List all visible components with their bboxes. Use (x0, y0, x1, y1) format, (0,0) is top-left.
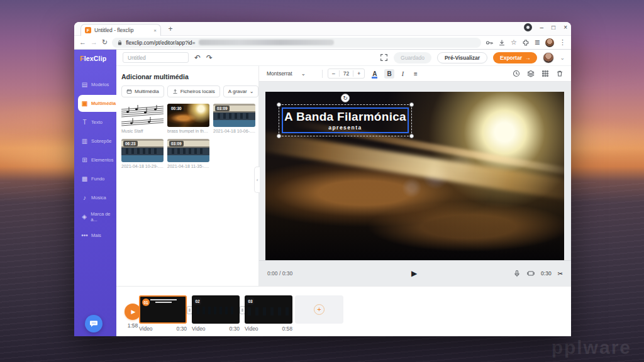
sidebar-item-musica[interactable]: ♪ Música (78, 189, 116, 206)
forward-button[interactable]: → (91, 39, 97, 46)
tab-local-files[interactable]: Ficheiros locais (167, 85, 220, 97)
italic-button[interactable]: I (399, 69, 406, 79)
media-panel-title: Adicionar multimédia (121, 73, 254, 80)
microphone-icon[interactable] (513, 270, 521, 277)
window-minimize-button[interactable]: – (540, 24, 544, 31)
media-thumb-concert-3[interactable]: 03:09 (167, 139, 209, 162)
media-item[interactable]: 03:09 2021-04-18 10-06-...3.m4v (213, 104, 255, 133)
panel-collapse-button[interactable]: ‹ (254, 167, 260, 193)
browser-menu-icon[interactable]: ⋮ (559, 39, 566, 46)
photo-watermark: pplware (552, 337, 631, 358)
media-item[interactable]: 06:23 2021-04-18 10-29-...7.m4v (121, 139, 164, 168)
reload-button[interactable]: ↻ (102, 39, 108, 46)
account-chevron-icon[interactable]: ⌄ (560, 55, 565, 61)
duration-badge: 06:23 (123, 141, 138, 146)
sidebar-item-sobrepoe[interactable]: ▥ Sobrepõe (78, 133, 116, 150)
sidebar-item-mais[interactable]: ••• Mais (78, 227, 116, 244)
media-thumb-trumpet[interactable]: 00:30 (167, 104, 209, 127)
browser-tab[interactable]: F Untitled - flexclip × (80, 24, 161, 36)
desktop-background: pplware F Untitled - flexclip × + – □ × … (0, 0, 644, 362)
media-thumb-concert-2[interactable]: 06:23 (121, 139, 164, 162)
resize-handle-bl[interactable] (277, 134, 281, 138)
address-bar[interactable]: flexclip.com/pt/editor/app?id= (112, 38, 481, 48)
preview-button[interactable]: Pré-Visualizar (437, 52, 487, 63)
install-icon[interactable] (498, 39, 506, 47)
clip-label: Video 0:30 (139, 326, 187, 332)
sidebar-item-elementos[interactable]: ⊞ Elementos (78, 151, 116, 168)
duration-clock-icon[interactable] (513, 70, 520, 77)
media-thumb-concert-1[interactable]: 03:09 (213, 104, 255, 127)
browser-profile-avatar[interactable] (545, 38, 554, 47)
sidebar-item-modelos[interactable]: ▤ Modelos (78, 76, 116, 93)
clip-duration: 0:30 (541, 270, 552, 277)
timeline-clip-3[interactable]: 03 (245, 295, 292, 324)
media-item-name: brass trumpet in the dark (167, 129, 209, 133)
more-icon: ••• (81, 232, 88, 239)
sidebar-item-texto[interactable]: T Texto (78, 114, 116, 131)
media-item-name: 2021-04-18 10-29-...7.m4v (121, 164, 164, 168)
font-family-select[interactable]: Montserrat ⌄ (267, 70, 317, 77)
player-controls: 0:00 / 0:30 ▶ 0:30 ✂ (259, 260, 571, 286)
canvas-subtitle-text[interactable]: apresenta (328, 124, 362, 131)
font-size-increase[interactable]: + (353, 70, 364, 77)
reading-list-icon[interactable]: ≣ (535, 39, 540, 46)
export-button[interactable]: Exportar → (493, 52, 537, 63)
bold-button[interactable]: B (384, 69, 394, 79)
timeline-clip-1[interactable]: 01 (139, 295, 187, 324)
back-button[interactable]: ← (79, 39, 86, 46)
fullscreen-icon[interactable] (380, 53, 388, 62)
resize-handle-br[interactable] (409, 134, 414, 138)
extensions-icon[interactable] (522, 39, 530, 47)
redo-icon[interactable]: ↷ (206, 54, 213, 62)
new-tab-button[interactable]: + (166, 25, 175, 34)
user-avatar[interactable] (543, 52, 554, 63)
background-icon: ▩ (81, 175, 88, 182)
browser-update-badge[interactable] (524, 23, 532, 31)
sidebar-item-marca-de-agua[interactable]: ◈ Marca de á... (78, 208, 116, 225)
window-close-button[interactable]: × (564, 24, 567, 31)
tab-stock-media[interactable]: Multimédia (121, 85, 164, 97)
templates-icon: ▤ (81, 81, 88, 88)
grid-icon[interactable] (541, 70, 549, 77)
text-selection-box[interactable]: ↻ A Banda Filarmónica apresenta (279, 104, 412, 136)
chat-bubble-icon (89, 319, 98, 328)
rotate-handle[interactable]: ↻ (341, 94, 350, 102)
export-arrow-icon: → (525, 55, 531, 61)
font-color-button[interactable]: A (370, 69, 379, 79)
align-button[interactable]: ≡ (411, 69, 420, 79)
resize-handle-tl[interactable] (277, 102, 281, 107)
tab-close-icon[interactable]: × (153, 28, 157, 33)
trim-scissors-icon[interactable]: ✂ (558, 270, 563, 277)
bookmark-star-icon[interactable]: ☆ (511, 39, 517, 46)
layers-icon[interactable] (527, 70, 535, 77)
media-item[interactable]: 00:30 brass trumpet in the dark (167, 104, 209, 133)
canvas-title-text[interactable]: A Banda Filarmónica (284, 111, 406, 123)
undo-icon[interactable]: ↶ (194, 54, 201, 62)
flexclip-logo[interactable]: FlexClip (74, 50, 116, 62)
media-item[interactable]: Music Staff (121, 104, 164, 133)
add-clip-button[interactable]: + (295, 295, 343, 324)
text-element[interactable]: A Banda Filarmónica apresenta (282, 107, 409, 133)
font-chevron-icon: ⌄ (301, 70, 306, 77)
trash-icon[interactable] (556, 70, 564, 77)
media-item[interactable]: 03:09 2021-04-18 11-35-...1.m4v (167, 139, 209, 168)
project-name-input[interactable] (123, 52, 189, 63)
media-thumb-music-staff[interactable] (121, 104, 164, 127)
play-button[interactable]: ▶ (411, 269, 417, 278)
font-size-stepper[interactable]: – 72 + (328, 69, 365, 79)
overlay-icon: ▥ (81, 138, 88, 145)
window-maximize-button[interactable]: □ (552, 24, 555, 31)
aspect-ratio-icon[interactable] (527, 270, 535, 277)
tab-record[interactable]: A gravar ⌄ (223, 85, 259, 97)
video-canvas[interactable]: ↻ A Banda Filarmónica apresenta (265, 92, 564, 260)
browser-toolbar: ← → ↻ flexclip.com/pt/editor/app?id= ☆ (74, 36, 571, 50)
key-icon[interactable] (486, 39, 493, 47)
resize-handle-tr[interactable] (409, 102, 414, 107)
clip-number-badge: 02 (194, 297, 201, 305)
font-size-value[interactable]: 72 (339, 70, 353, 77)
support-chat-button[interactable] (85, 315, 103, 332)
timeline-clip-2[interactable]: 02 (192, 295, 240, 324)
font-size-decrease[interactable]: – (328, 70, 339, 77)
sidebar-item-multimedia[interactable]: ▣ Multimédia (78, 95, 116, 112)
sidebar-item-fundo[interactable]: ▩ Fundo (78, 170, 116, 187)
